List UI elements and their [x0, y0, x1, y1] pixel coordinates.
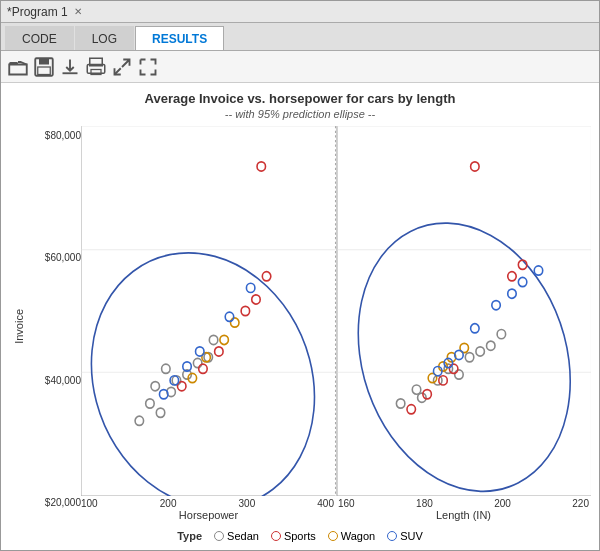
svg-point-57 — [486, 341, 494, 350]
svg-point-65 — [518, 260, 526, 269]
svg-rect-2 — [39, 58, 49, 64]
save-icon — [34, 57, 54, 77]
title-bar: *Program 1 ✕ — [1, 1, 599, 23]
svg-point-24 — [209, 335, 217, 344]
x-tick-100: 100 — [81, 498, 98, 509]
sports-label: Sports — [284, 530, 316, 542]
right-x-axis-label: Length (IN) — [336, 509, 591, 521]
svg-point-40 — [225, 312, 233, 321]
tab-code[interactable]: CODE — [5, 26, 74, 50]
svg-point-27 — [215, 347, 223, 356]
legend-type-label: Type — [177, 530, 202, 542]
y-tick-60k: $60,000 — [29, 252, 81, 263]
fullscreen-icon — [138, 57, 158, 77]
x-tick-400: 400 — [317, 498, 334, 509]
x-tick-180: 180 — [416, 498, 433, 509]
svg-rect-3 — [38, 67, 51, 75]
svg-point-74 — [491, 301, 499, 310]
y-axis-label: Invoice — [13, 309, 25, 344]
chart-legend: Type Sedan Sports Wagon SUV — [177, 530, 423, 542]
svg-point-35 — [231, 318, 239, 327]
svg-point-15 — [146, 399, 154, 408]
svg-point-31 — [257, 162, 265, 171]
svg-point-16 — [156, 408, 164, 417]
svg-point-58 — [497, 330, 505, 339]
x-tick-200: 200 — [160, 498, 177, 509]
x-tick-200: 200 — [494, 498, 511, 509]
wagon-dot — [328, 531, 338, 541]
y-tick-40k: $40,000 — [29, 375, 81, 386]
y-tick-20k: $20,000 — [29, 497, 81, 508]
svg-point-64 — [507, 272, 515, 281]
svg-point-41 — [246, 283, 254, 292]
svg-point-61 — [438, 376, 446, 385]
tab-log[interactable]: LOG — [75, 26, 134, 50]
expand-icon — [112, 57, 132, 77]
svg-point-14 — [135, 416, 143, 425]
sports-dot — [271, 531, 281, 541]
open-button[interactable] — [7, 56, 29, 78]
close-tab-button[interactable]: ✕ — [74, 6, 82, 17]
svg-point-48 — [337, 185, 592, 496]
svg-point-13 — [81, 205, 336, 496]
expand-button[interactable] — [111, 56, 133, 78]
fullscreen-button[interactable] — [137, 56, 159, 78]
left-plot-svg — [81, 126, 336, 496]
right-plot-svg — [337, 126, 592, 496]
print-icon — [86, 57, 106, 77]
svg-point-73 — [470, 324, 478, 333]
save-button[interactable] — [33, 56, 55, 78]
svg-point-39 — [196, 347, 204, 356]
svg-point-55 — [465, 353, 473, 362]
x-tick-300: 300 — [239, 498, 256, 509]
chart-subtitle: -- with 95% prediction ellipse -- — [225, 108, 375, 120]
chart-area: Average Invoice vs. horsepower for cars … — [1, 83, 599, 550]
legend-sedan: Sedan — [214, 530, 259, 542]
x-tick-220: 220 — [572, 498, 589, 509]
svg-point-30 — [252, 295, 260, 304]
toolbar — [1, 51, 599, 83]
svg-point-29 — [262, 272, 270, 281]
svg-point-59 — [406, 405, 414, 414]
y-tick-80k: $80,000 — [29, 130, 81, 141]
suv-dot — [387, 531, 397, 541]
svg-point-17 — [151, 382, 159, 391]
svg-point-34 — [220, 335, 228, 344]
main-window: *Program 1 ✕ CODE LOG RESULTS — [0, 0, 600, 551]
legend-sports: Sports — [271, 530, 316, 542]
legend-wagon: Wagon — [328, 530, 375, 542]
svg-point-56 — [475, 347, 483, 356]
chart-title: Average Invoice vs. horsepower for cars … — [145, 91, 456, 106]
tab-results[interactable]: RESULTS — [135, 26, 224, 50]
print-button[interactable] — [85, 56, 107, 78]
open-icon — [8, 57, 28, 77]
svg-point-28 — [241, 306, 249, 315]
sedan-dot — [214, 531, 224, 541]
x-tick-160: 160 — [338, 498, 355, 509]
svg-point-63 — [470, 162, 478, 171]
svg-point-76 — [518, 277, 526, 286]
svg-point-49 — [396, 399, 404, 408]
svg-point-21 — [193, 358, 201, 367]
tab-bar: CODE LOG RESULTS — [1, 23, 599, 51]
svg-point-75 — [507, 289, 515, 298]
wagon-label: Wagon — [341, 530, 375, 542]
svg-point-77 — [534, 266, 542, 275]
legend-suv: SUV — [387, 530, 423, 542]
svg-point-54 — [454, 370, 462, 379]
window-title: *Program 1 — [7, 5, 68, 19]
download-icon — [60, 57, 80, 77]
suv-label: SUV — [400, 530, 423, 542]
left-x-axis-label: Horsepower — [81, 509, 336, 521]
download-button[interactable] — [59, 56, 81, 78]
sedan-label: Sedan — [227, 530, 259, 542]
